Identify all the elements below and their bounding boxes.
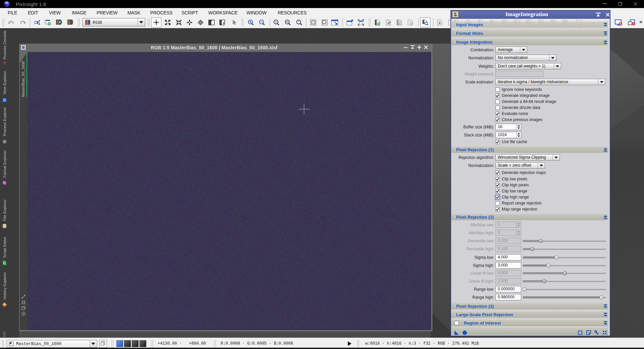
svg-text:Σ: Σ xyxy=(454,12,457,17)
